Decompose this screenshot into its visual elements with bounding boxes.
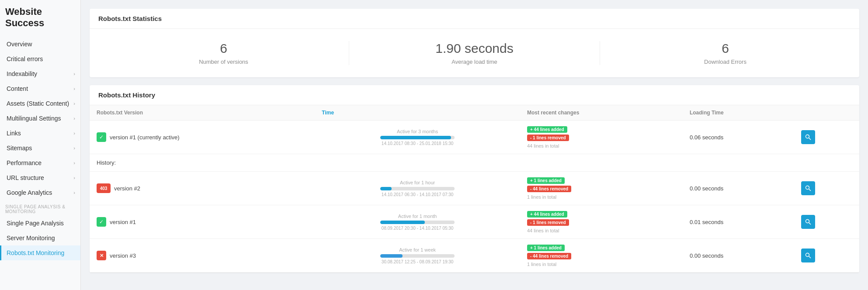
svg-point-0 (806, 135, 809, 138)
chevron-icon: › (73, 131, 75, 136)
sidebar-item-sitemaps[interactable]: Sitemaps › (0, 141, 80, 155)
svg-line-7 (809, 256, 811, 259)
sidebar-item-robots-monitoring[interactable]: Robots.txt Monitoring (0, 245, 80, 260)
chevron-icon: › (73, 86, 75, 91)
sidebar-item-links[interactable]: Links › (0, 126, 80, 141)
error-403-icon: 403 (97, 183, 111, 193)
sidebar-item-label: Robots.txt Monitoring (7, 249, 64, 256)
stat-label-errors: Download Errors (600, 59, 851, 65)
col-loading: Loading Time (683, 105, 794, 121)
sidebar-item-content[interactable]: Content › (0, 81, 80, 96)
table-row: ✓ version #1 Active for 1 month 08.09.20… (90, 205, 859, 239)
sidebar-item-label: Critical errors (7, 55, 43, 62)
sidebar-item-google-analytics[interactable]: Google Analytics › (0, 185, 80, 200)
table-row: 403 version #2 Active for 1 hour 14.10.2… (90, 172, 859, 205)
time-bar-wrap (380, 221, 455, 224)
added-tag: + 1 lines added (527, 177, 565, 184)
changes-cell: + 44 lines added - 1 lines removed 44 li… (520, 121, 683, 154)
loading-cell: 0.06 seconds (683, 121, 794, 154)
loading-cell: 0.00 seconds (683, 172, 794, 205)
changes-cell: + 1 lines added - 44 lines removed 1 lin… (520, 172, 683, 205)
sidebar-item-indexability[interactable]: Indexability › (0, 66, 80, 81)
time-label: Active for 1 month (322, 214, 513, 219)
version-cell: ✓ version #1 (90, 205, 315, 239)
chevron-icon: › (73, 145, 75, 151)
added-tag: + 44 lines added (527, 211, 567, 218)
sidebar-item-label: Google Analytics (7, 189, 52, 196)
history-card: Robots.txt History Robots.txt Version Ti… (90, 85, 859, 273)
sidebar-item-label: URL structure (7, 174, 44, 181)
svg-point-6 (806, 253, 809, 257)
time-range: 30.08.2017 12:25 - 08.09.2017 19:30 (322, 259, 513, 264)
search-button[interactable] (801, 181, 815, 195)
sidebar-item-url-structure[interactable]: URL structure › (0, 170, 80, 185)
check-icon: ✓ (97, 217, 106, 227)
time-cell: Active for 3 months 14.10.2017 08:30 - 2… (315, 121, 520, 154)
table-row: ✓ version #1 (currently active) Active f… (90, 121, 859, 154)
version-cell: 403 version #2 (90, 172, 315, 205)
col-time: Time (315, 105, 520, 121)
action-cell (794, 205, 859, 239)
total-label: 1 lines in total (527, 194, 676, 200)
sidebar-item-server-monitoring[interactable]: Server Monitoring (0, 231, 80, 245)
action-cell (794, 121, 859, 154)
sidebar-item-multilingual[interactable]: Multilingual Settings › (0, 111, 80, 126)
time-label: Active for 1 hour (322, 180, 513, 185)
removed-tag: - 44 lines removed (527, 186, 571, 192)
history-table: Robots.txt Version Time Most recent chan… (90, 105, 859, 273)
version-label: version #1 (110, 219, 136, 225)
stat-label-load-time: Average load time (349, 59, 600, 65)
total-label: 1 lines in total (527, 262, 676, 267)
stat-value-load-time: 1.90 seconds (349, 41, 600, 56)
search-button[interactable] (801, 215, 815, 229)
changes-cell: + 1 lines added - 44 lines removed 1 lin… (520, 239, 683, 273)
version-label: version #1 (currently active) (110, 134, 180, 141)
stat-load-time: 1.90 seconds Average load time (349, 41, 600, 65)
chevron-icon: › (73, 116, 75, 121)
svg-point-4 (806, 220, 809, 223)
total-label: 44 lines in total (527, 228, 676, 233)
time-label: Active for 1 week (322, 247, 513, 252)
sidebar-item-label: Content (7, 85, 28, 92)
sidebar-item-label: Sitemaps (7, 145, 32, 152)
sidebar-item-overview[interactable]: Overview (0, 37, 80, 52)
svg-line-3 (809, 189, 811, 191)
sidebar-item-label: Multilingual Settings (7, 115, 61, 122)
svg-line-5 (809, 223, 811, 225)
time-range: 14.10.2017 06:30 - 14.10.2017 07:30 (322, 192, 513, 197)
added-tag: + 44 lines added (527, 126, 567, 133)
time-bar (380, 254, 403, 258)
stats-card: Robots.txt Statistics 6 Number of versio… (90, 9, 859, 77)
time-cell: Active for 1 hour 14.10.2017 06:30 - 14.… (315, 172, 520, 205)
x-icon: ✕ (97, 251, 106, 260)
removed-tag: - 1 lines removed (527, 219, 569, 226)
total-label: 44 lines in total (527, 143, 676, 148)
sidebar-item-single-page-analysis[interactable]: Single Page Analysis (0, 216, 80, 231)
search-icon (805, 134, 811, 140)
section-label: SINGLE PAGE ANALYSIS & MONITORING (0, 200, 80, 216)
sidebar-item-performance[interactable]: Performance › (0, 155, 80, 170)
svg-line-1 (809, 138, 811, 140)
sidebar: Website Success Overview Critical errors… (0, 0, 81, 290)
chevron-icon: › (73, 71, 75, 76)
sidebar-item-label: Single Page Analysis (7, 220, 64, 227)
stat-label-versions: Number of versions (98, 59, 349, 65)
sidebar-item-label: Performance (7, 159, 42, 166)
search-icon (805, 219, 811, 225)
sidebar-item-label: Indexability (7, 70, 37, 77)
sidebar-item-critical-errors[interactable]: Critical errors (0, 52, 80, 66)
removed-tag: - 44 lines removed (527, 253, 571, 259)
search-button[interactable] (801, 130, 815, 144)
sidebar-item-assets[interactable]: Assets (Static Content) › (0, 96, 80, 111)
stat-value-versions: 6 (98, 41, 349, 56)
search-button[interactable] (801, 249, 815, 262)
history-card-title: Robots.txt History (90, 85, 859, 105)
changes-cell: + 44 lines added - 1 lines removed 44 li… (520, 205, 683, 239)
stats-card-title: Robots.txt Statistics (90, 9, 859, 29)
version-cell: ✓ version #1 (currently active) (90, 121, 315, 154)
time-cell: Active for 1 month 08.09.2017 20:30 - 14… (315, 205, 520, 239)
stat-errors: 6 Download Errors (600, 41, 851, 65)
chevron-icon: › (73, 101, 75, 106)
version-label: version #3 (110, 252, 136, 259)
stats-row: 6 Number of versions 1.90 seconds Averag… (90, 29, 859, 77)
